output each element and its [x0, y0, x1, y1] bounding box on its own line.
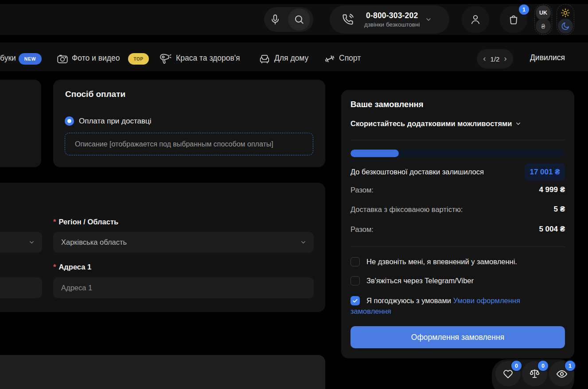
- messenger-label: Зв'яжіться через Telegram/Viber: [366, 277, 474, 285]
- armchair-icon: [258, 53, 271, 65]
- shopping-bag-icon: [507, 13, 520, 26]
- dumbbell-icon: [323, 53, 336, 65]
- order-title: Ваше замовлення: [350, 100, 424, 109]
- light-theme-button[interactable]: [558, 5, 573, 20]
- theme-toggle: [557, 4, 574, 35]
- left-input-partial[interactable]: [0, 277, 42, 298]
- region-label: *Регіон / Область: [53, 218, 118, 226]
- wishlist-button[interactable]: 0: [495, 361, 521, 386]
- pagination-counter: 1/2: [491, 55, 500, 63]
- chevron-down-icon: [28, 239, 35, 246]
- divider: [350, 140, 565, 140]
- phone-subtitle: дзвінки безкоштовні: [364, 21, 420, 28]
- voice-search-button[interactable]: [269, 14, 281, 25]
- hairdryer-icon: [159, 53, 171, 65]
- recipient-card-partial: [0, 355, 325, 389]
- user-icon: [469, 13, 482, 26]
- phone-menu[interactable]: 0-800-303-202 дзвінки безкоштовні: [330, 5, 449, 34]
- total-label: Разом:: [350, 186, 374, 194]
- nav-item-sport[interactable]: Спорт: [339, 54, 361, 63]
- payment-method-card: Спосіб оплати Оплата при доставці Описан…: [53, 80, 325, 167]
- nav-item-beauty-health[interactable]: Краса та здоров'я: [176, 54, 240, 63]
- language-uk-button[interactable]: UK: [536, 5, 551, 20]
- payment-title: Спосіб оплати: [65, 89, 125, 99]
- nav-item-photo-video[interactable]: Фото и видео: [72, 54, 120, 63]
- order-summary-card: Ваше замовлення Скористайтесь додатковим…: [341, 90, 574, 358]
- sun-icon: [560, 8, 571, 18]
- terms-text: Я погоджуюсь з умовами Умови оформлення …: [350, 295, 541, 316]
- payment-option-label: Оплата при доставці: [79, 117, 152, 126]
- cart-count-badge: 1: [519, 4, 529, 15]
- no-call-label: Не дзвоніть мені, я впевнений у замовлен…: [366, 258, 517, 266]
- progress-fill: [350, 150, 399, 157]
- currency-uah-button[interactable]: ₴: [536, 19, 551, 34]
- required-asterisk: *: [53, 218, 56, 226]
- region-select[interactable]: Харківська область: [53, 232, 314, 253]
- camera-icon: [56, 53, 69, 65]
- microphone-icon: [269, 14, 281, 25]
- chevron-down-icon: [300, 239, 307, 246]
- payment-description-box: Описание [отображается под выбранным спо…: [65, 133, 313, 155]
- chevron-down-icon: [425, 16, 432, 23]
- language-currency-toggle: UK ₴: [534, 4, 552, 35]
- floating-action-bar: 0 0 1: [492, 359, 574, 389]
- viewed-count-badge: 1: [564, 360, 576, 372]
- phone-number: 0-800-303-202: [364, 11, 420, 20]
- nav-item-home[interactable]: Для дому: [274, 54, 308, 63]
- region-value: Харківська область: [61, 238, 127, 246]
- pagination-prev-icon[interactable]: [482, 56, 487, 62]
- compare-count-badge: 0: [537, 360, 549, 372]
- order-options-toggle[interactable]: Скористайтесь додатковими можливостями: [350, 119, 522, 128]
- nav-pagination: 1/2: [477, 49, 513, 69]
- viewed-link[interactable]: Дивилися: [530, 53, 565, 62]
- grand-total-label: Разом:: [350, 225, 374, 234]
- wishlist-count-badge: 0: [510, 360, 522, 372]
- account-button[interactable]: [462, 6, 489, 33]
- top-badge: TOP: [128, 53, 149, 65]
- shipping-cost-value: 5 ₴: [553, 205, 565, 214]
- dark-theme-button[interactable]: [558, 19, 573, 34]
- total-value: 4 999 ₴: [539, 185, 565, 194]
- cart-button[interactable]: 1: [500, 6, 527, 33]
- search-button[interactable]: [288, 8, 310, 31]
- submit-order-button[interactable]: Оформлення замовлення: [350, 326, 565, 348]
- payment-radio-cod[interactable]: [65, 116, 74, 126]
- search-icon: [293, 14, 305, 25]
- payment-description: Описание [отображается под выбранным спо…: [75, 140, 273, 148]
- viewed-button[interactable]: 1: [549, 361, 574, 386]
- shipping-cost-label: Доставка з фіксованою вартістю:: [350, 205, 463, 214]
- required-asterisk: *: [53, 263, 56, 271]
- divider: [350, 246, 565, 247]
- no-call-checkbox[interactable]: [350, 257, 360, 266]
- address-input[interactable]: [53, 277, 314, 298]
- checkout-page: 0-800-303-202 дзвінки безкоштовні 1 UK ₴: [0, 0, 588, 389]
- chevron-down-icon: [515, 120, 522, 127]
- free-shipping-label: До безкоштовної доставки залишилося: [350, 168, 484, 176]
- moon-icon: [561, 21, 570, 31]
- pagination-next-icon[interactable]: [502, 56, 508, 62]
- messenger-checkbox[interactable]: [350, 276, 360, 285]
- address-label: *Адреса 1: [53, 263, 91, 271]
- phone-icon: [341, 13, 354, 26]
- new-badge: NEW: [19, 53, 42, 65]
- grand-total-value: 5 004 ₴: [539, 225, 565, 234]
- city-select-partial[interactable]: [0, 232, 42, 253]
- free-shipping-amount: 17 001 ₴: [525, 163, 565, 181]
- delivery-method-card-partial: [0, 80, 41, 167]
- search-bar[interactable]: [264, 7, 313, 32]
- free-shipping-progress: [350, 150, 565, 157]
- nav-item-notebooks[interactable]: буки: [0, 54, 16, 63]
- compare-button[interactable]: 0: [522, 361, 547, 386]
